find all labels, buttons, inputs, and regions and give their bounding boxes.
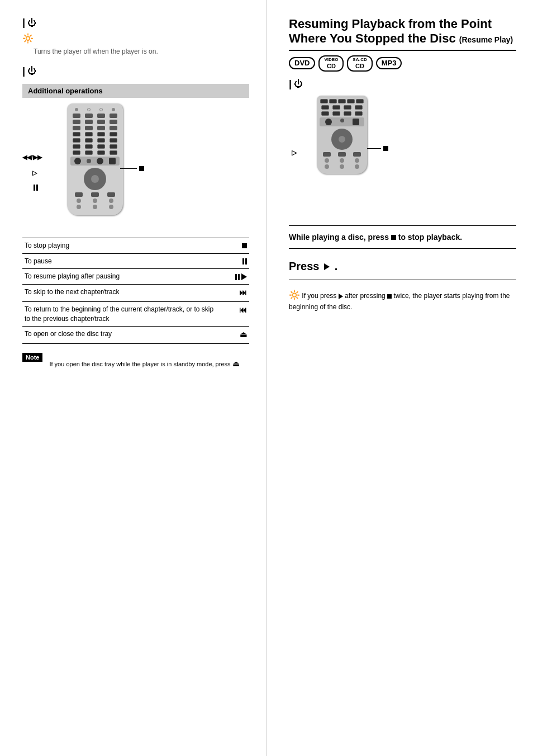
tip-icon-right: 🔆 xyxy=(289,290,300,300)
dot-4 xyxy=(112,108,115,111)
btn-26 xyxy=(85,150,93,155)
right-remote-body xyxy=(317,96,367,174)
divider-3 xyxy=(289,280,516,280)
rr-row-0 xyxy=(320,99,364,103)
dot-3 xyxy=(99,108,103,111)
right-stop-indicator xyxy=(367,146,388,151)
btn-27 xyxy=(97,150,105,155)
rr-transport xyxy=(320,117,364,126)
note-text: If you open the disc tray while the play… xyxy=(49,358,239,370)
btn-35 xyxy=(77,205,81,209)
remote-row-1 xyxy=(70,114,120,118)
table-row-pause: To pause xyxy=(22,253,249,269)
transport-btn-3 xyxy=(97,158,103,164)
rr-dpad-area xyxy=(320,129,364,150)
disc-badges: DVD VIDEO CD SA-CD CD MP3 xyxy=(289,55,516,72)
badge-vcd: VIDEO CD xyxy=(318,55,344,72)
rr-btn-17 xyxy=(340,158,344,163)
btn-23 xyxy=(97,144,105,149)
symbol-eject: ⏏ xyxy=(221,327,249,344)
note-section: Note If you open the disc tray while the… xyxy=(22,353,249,375)
btn-12 xyxy=(110,126,117,130)
btn-24 xyxy=(110,144,117,149)
btn-15 xyxy=(97,132,105,136)
press-label: Press xyxy=(289,260,322,272)
skip-label: ◀◀/▶▶ xyxy=(22,154,42,161)
right-remote xyxy=(317,96,367,174)
badge-mp3: MP3 xyxy=(376,57,402,69)
btn-19 xyxy=(97,138,105,143)
symbol-resume xyxy=(221,269,249,285)
symbol-pause xyxy=(221,253,249,269)
action-eject: To open or close the disc tray xyxy=(22,327,221,344)
mp3-label: MP3 xyxy=(382,59,397,67)
rr-t-3 xyxy=(353,119,359,125)
btn-4 xyxy=(110,114,117,118)
press-text: Press . xyxy=(289,260,516,273)
btn-2 xyxy=(85,114,93,118)
transport-row xyxy=(70,157,120,166)
rr-btn-6 xyxy=(332,105,340,110)
remote-top-dots xyxy=(70,108,120,111)
rr-dpad xyxy=(331,129,353,150)
btn-9 xyxy=(73,126,80,130)
dpad-center xyxy=(91,175,99,183)
stop-square xyxy=(139,166,144,171)
badge-sacd: SA-CD CD xyxy=(347,55,372,72)
vcd-top: VIDEO xyxy=(324,58,338,63)
rr-btn-18 xyxy=(355,158,359,163)
additional-ops-label: Additional operations xyxy=(28,87,103,95)
rr-btn-1 xyxy=(329,99,337,103)
right-stop-square xyxy=(383,146,388,151)
rr-btn-3 xyxy=(347,99,355,103)
remote-row-7 xyxy=(70,150,120,155)
stop-line xyxy=(120,168,137,169)
remote-row-8 xyxy=(70,192,120,197)
rr-btn-21 xyxy=(355,164,359,169)
btn-25 xyxy=(73,150,80,155)
symbol-next: ⏭ xyxy=(221,285,249,302)
btn-13 xyxy=(73,132,80,136)
btn-29 xyxy=(75,192,83,197)
power-icon-top: | ⏻ xyxy=(22,17,249,29)
tip-section-right: 🔆 If you press after pressing twice, the… xyxy=(289,289,516,312)
btn-22 xyxy=(85,144,93,149)
btn-33 xyxy=(93,199,97,203)
transport-btn-4 xyxy=(109,158,116,164)
bar-symbol: | xyxy=(22,17,25,29)
rr-btn-11 xyxy=(344,111,351,116)
btn-30 xyxy=(91,192,99,197)
press-period: . xyxy=(335,260,338,272)
table-row-next: To skip to the next chapter/track ⏭ xyxy=(22,285,249,302)
btn-31 xyxy=(107,192,115,197)
badge-dvd: DVD xyxy=(289,57,315,69)
btn-21 xyxy=(73,144,80,149)
action-next: To skip to the next chapter/track xyxy=(22,285,221,302)
subtitle-text: (Resume Play) xyxy=(459,35,513,44)
remote-row-2 xyxy=(70,120,120,124)
rr-btn-10 xyxy=(332,111,340,116)
table-row-stop: To stop playing xyxy=(22,238,249,253)
tip-icon-left: 🔆 xyxy=(22,34,34,43)
table-row-resume: To resume playing after pausing xyxy=(22,269,249,285)
btn-34 xyxy=(109,199,113,203)
btn-5 xyxy=(73,120,80,124)
press-play-icon xyxy=(324,263,330,270)
rr-btn-12 xyxy=(355,111,363,116)
bar-right: | xyxy=(289,78,292,90)
power-icon-right: | ⏻ xyxy=(289,78,516,90)
right-play-label: ▷ xyxy=(292,149,297,157)
rr-row-3 xyxy=(320,152,364,157)
action-pause: To pause xyxy=(22,253,221,269)
power-symbol-bottom: ⏻ xyxy=(27,66,36,76)
remote-illustration xyxy=(67,103,123,215)
btn-17 xyxy=(73,138,80,143)
rr-t-1 xyxy=(325,119,332,125)
stop-indicator xyxy=(120,166,144,171)
remote-row-9 xyxy=(70,199,120,203)
dvd-label: DVD xyxy=(294,59,310,67)
tip-text-right: If you press after pressing twice, the p… xyxy=(289,292,510,311)
btn-1 xyxy=(73,114,80,118)
rr-t-2 xyxy=(340,119,344,122)
transport-btn-1 xyxy=(74,158,81,164)
